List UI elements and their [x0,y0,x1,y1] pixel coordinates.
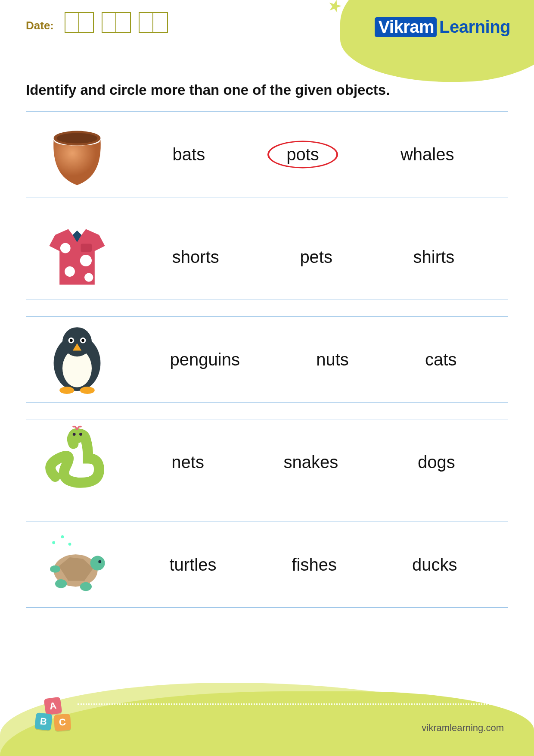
date-label: Date: [26,19,54,32]
penguin-icon [33,323,121,396]
date-input-boxes[interactable] [65,12,168,33]
option-word[interactable]: fishes [282,553,346,576]
svg-point-5 [84,273,93,281]
turtle-icon [33,528,121,601]
svg-point-19 [79,433,82,436]
svg-point-3 [80,255,91,266]
svg-point-24 [90,556,105,571]
option-word[interactable]: dogs [408,451,465,474]
footer-url: vikramlearning.com [422,722,504,734]
svg-point-9 [62,327,92,356]
exercise-rows: bats pots whales shorts pets shirts [0,111,534,608]
option-word[interactable]: cats [416,348,466,371]
svg-point-17 [68,428,86,443]
svg-point-28 [50,565,60,573]
footer-decoration [0,670,534,756]
option-word[interactable]: turtles [160,553,226,576]
option-word[interactable]: whales [391,143,464,166]
brand-logo: VikramLearning [375,17,510,37]
brand-rest: Learning [439,17,510,36]
option-word[interactable]: shorts [163,246,229,269]
option-word[interactable]: penguins [161,348,249,371]
exercise-row: bats pots whales [26,111,508,197]
svg-point-18 [72,433,75,436]
shirt-icon [33,220,121,294]
header-blob-decoration [340,0,534,82]
worksheet-header: ★ Date: VikramLearning [0,0,534,65]
svg-point-13 [81,339,84,342]
svg-point-27 [80,582,91,591]
svg-point-16 [80,387,94,394]
exercise-row: nets snakes dogs [26,419,508,505]
block-letter: A [44,697,62,715]
exercise-row: penguins nuts cats [26,316,508,403]
option-word[interactable]: nuts [307,348,358,371]
svg-point-20 [52,541,55,544]
svg-rect-6 [81,244,92,252]
exercise-row: turtles fishes ducks [26,522,508,608]
option-word[interactable]: pets [290,246,342,269]
option-word[interactable]: ducks [403,553,467,576]
option-word[interactable]: snakes [274,451,348,474]
svg-point-25 [98,560,101,563]
svg-point-1 [56,133,97,144]
svg-point-15 [59,387,74,394]
snake-icon [33,425,121,499]
option-word[interactable]: nets [162,451,214,474]
instruction-text: Identify and circle more than one of the… [26,82,508,98]
svg-point-22 [68,543,71,546]
option-word[interactable]: pots [277,143,329,166]
option-word[interactable]: bats [163,143,215,166]
svg-point-2 [60,243,70,253]
brand-boxed: Vikram [375,17,437,37]
option-word[interactable]: shirts [404,246,464,269]
svg-point-4 [65,266,75,277]
svg-point-12 [70,339,73,342]
svg-point-21 [61,535,64,538]
exercise-row: shorts pets shirts [26,214,508,300]
abc-blocks-icon: A B C [34,698,73,732]
block-letter: B [34,712,53,731]
block-letter: C [54,714,71,731]
pot-icon [33,118,121,191]
svg-point-26 [55,579,67,588]
